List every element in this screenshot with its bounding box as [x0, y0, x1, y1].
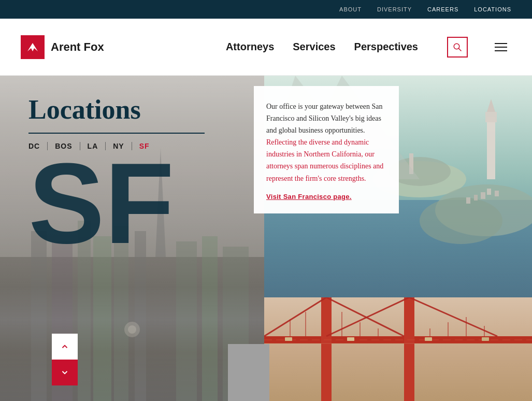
golden-gate-illustration [264, 297, 532, 401]
logo-icon [25, 40, 40, 54]
svg-rect-30 [495, 191, 499, 196]
gray-bar-decoration [228, 344, 269, 401]
arrow-up-icon [60, 342, 69, 351]
top-nav-locations[interactable]: LOCATIONS [474, 6, 511, 12]
search-button[interactable] [447, 37, 468, 58]
scroll-down-button[interactable] [52, 360, 78, 385]
arrow-down-icon [60, 368, 69, 377]
search-icon [453, 42, 462, 52]
svg-rect-35 [321, 297, 332, 401]
svg-rect-27 [474, 195, 478, 200]
svg-rect-36 [404, 297, 414, 401]
svg-rect-55 [482, 337, 489, 341]
svg-point-25 [420, 197, 502, 244]
svg-rect-22 [485, 112, 497, 122]
current-location-large: SF [28, 155, 205, 252]
nav-perspectives[interactable]: Perspectives [354, 41, 418, 53]
main-nav: Attorneys Services Perspectives [226, 37, 511, 58]
svg-rect-29 [487, 189, 491, 195]
svg-rect-21 [487, 117, 495, 179]
navigation-arrows [52, 334, 78, 385]
hero-section: Locations DC BOS LA NY SF SF Our office … [0, 76, 532, 401]
locations-divider [28, 133, 205, 134]
svg-rect-11 [176, 241, 197, 401]
svg-point-15 [128, 325, 136, 334]
golden-gate-photo [264, 297, 532, 401]
top-nav-about[interactable]: ABOUT [339, 6, 362, 12]
locations-overlay: Locations DC BOS LA NY SF SF [28, 96, 205, 252]
top-nav-careers[interactable]: CAREERS [427, 6, 458, 12]
menu-line-3 [495, 50, 507, 51]
main-header: Arent Fox Attorneys Services Perspective… [0, 19, 532, 76]
svg-rect-33 [264, 297, 532, 401]
top-navigation-bar: ABOUT DIVERSITY CAREERS LOCATIONS [0, 0, 532, 19]
visit-page-link[interactable]: Visit San Francisco page. [266, 193, 352, 200]
top-nav-diversity[interactable]: DIVERSITY [377, 6, 412, 12]
location-info-box: Our office is your gateway between San F… [254, 86, 399, 213]
svg-rect-12 [202, 236, 218, 401]
hero-right-bottom-photo [264, 297, 532, 401]
scroll-up-button[interactable] [52, 334, 78, 360]
svg-rect-26 [466, 197, 470, 204]
menu-button[interactable] [491, 37, 511, 58]
nav-services[interactable]: Services [293, 41, 335, 53]
logo-box[interactable] [21, 35, 45, 59]
logo-text: Arent Fox [51, 40, 104, 54]
svg-rect-52 [285, 337, 292, 341]
menu-line-1 [495, 43, 507, 44]
nav-attorneys[interactable]: Attorneys [226, 41, 274, 53]
svg-rect-28 [481, 192, 485, 199]
svg-line-1 [458, 48, 461, 51]
logo-area: Arent Fox [21, 35, 226, 59]
location-description: Our office is your gateway between San F… [266, 101, 385, 184]
svg-rect-54 [425, 337, 432, 341]
menu-line-2 [495, 47, 507, 48]
locations-title: Locations [28, 96, 205, 123]
svg-rect-53 [347, 337, 354, 341]
svg-point-0 [454, 44, 459, 49]
